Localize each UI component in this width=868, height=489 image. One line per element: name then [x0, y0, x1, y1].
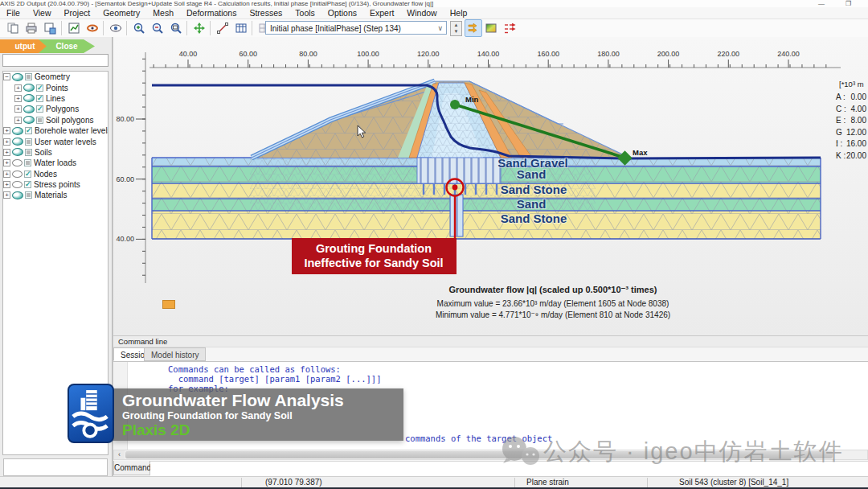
checkbox-partial[interactable] — [24, 159, 31, 166]
expand-icon[interactable] — [3, 171, 10, 178]
checkbox-checked[interactable] — [36, 84, 43, 92]
expand-icon[interactable] — [3, 149, 10, 156]
phase-stepper[interactable]: ▲▼ — [450, 21, 462, 36]
tree-label: Water loads — [34, 158, 76, 167]
legend-value: 20.00 — [846, 150, 866, 162]
cross-section-icon[interactable] — [84, 20, 100, 36]
reset-view-icon[interactable] — [191, 20, 207, 36]
tree-item-materials[interactable]: Materials — [3, 190, 108, 200]
svg-text:160.00: 160.00 — [537, 50, 559, 58]
tab-close[interactable]: Close — [39, 39, 95, 53]
zoom-out-icon[interactable] — [149, 20, 166, 36]
tree-label: Soils — [35, 148, 52, 157]
menu-tools[interactable]: Tools — [289, 8, 321, 18]
expand-icon[interactable] — [3, 138, 10, 146]
restore-icon[interactable]: ❐ — [845, 0, 851, 7]
svg-text:Sand Stone: Sand Stone — [501, 183, 567, 196]
report-chart-icon[interactable] — [66, 20, 82, 36]
tab-model-history[interactable]: Model history — [144, 347, 206, 361]
minimize-icon[interactable]: — — [818, 0, 825, 7]
status-bar: (97.010 79.387) Plane strain Soil 543 (c… — [0, 476, 868, 488]
flow-vectors-icon[interactable] — [502, 20, 518, 36]
menu-project[interactable]: Project — [58, 8, 97, 18]
legend-value: 0.00 — [851, 92, 866, 104]
banner-title: Groundwater Flow Analysis — [122, 391, 344, 410]
menu-stresses[interactable]: Stresses — [243, 8, 289, 18]
tree-item-soil-polygons[interactable]: Soil polygons — [3, 115, 108, 125]
tree-item-stress-points[interactable]: Stress points — [3, 179, 108, 190]
expand-icon[interactable] — [14, 117, 22, 124]
measure-icon[interactable] — [215, 20, 231, 36]
tree-item-geometry[interactable]: Geometry — [3, 72, 108, 82]
visibility-eye-icon[interactable] — [12, 138, 23, 146]
visibility-eye-icon[interactable] — [12, 148, 23, 156]
explorer-footer-box — [3, 458, 108, 476]
checkbox-checked[interactable] — [36, 95, 43, 102]
expand-icon[interactable] — [3, 181, 10, 188]
scroll-left-icon[interactable]: ‹ — [114, 450, 125, 459]
checkbox-partial[interactable] — [36, 117, 43, 124]
explorer-search-input[interactable] — [2, 54, 108, 67]
node-circle-icon[interactable] — [12, 181, 23, 188]
expand-icon[interactable] — [3, 159, 10, 166]
checkbox-partial[interactable] — [25, 73, 32, 80]
zoom-in-icon[interactable] — [131, 20, 147, 36]
checkbox-checked[interactable] — [24, 171, 31, 178]
export-image-icon[interactable] — [42, 20, 58, 36]
tab-command[interactable]: Command — [113, 461, 150, 475]
visibility-eye-icon[interactable] — [12, 127, 23, 135]
tree-item-user-water-levels[interactable]: User water levels — [3, 136, 108, 146]
node-circle-icon[interactable] — [12, 171, 23, 178]
visibility-eye-icon[interactable] — [12, 73, 23, 81]
tree-item-lines[interactable]: Lines — [3, 93, 108, 104]
expand-icon[interactable] — [14, 105, 22, 113]
menu-view[interactable]: View — [27, 8, 58, 18]
tree-item-points[interactable]: Points — [3, 82, 108, 92]
tree-item-polygons[interactable]: Polygons — [3, 104, 108, 114]
tree-item-water-loads[interactable]: Water loads — [3, 158, 108, 168]
svg-text:60.00: 60.00 — [116, 175, 134, 183]
tree-item-nodes[interactable]: Nodes — [3, 169, 108, 179]
node-circle-icon[interactable] — [12, 159, 23, 166]
tree-item-borehole-water-levels[interactable]: Borehole water levels — [3, 125, 108, 136]
hide-items-eye-icon[interactable] — [108, 20, 124, 36]
menu-help[interactable]: Help — [444, 8, 474, 18]
legend-key: E : — [836, 115, 845, 127]
menu-expert[interactable]: Expert — [363, 8, 400, 18]
copy-icon[interactable] — [5, 20, 21, 36]
tree-label: Stress points — [34, 180, 80, 189]
menu-file[interactable]: File — [0, 8, 27, 18]
table-icon[interactable] — [233, 20, 249, 36]
tree-label: Materials — [35, 191, 68, 199]
print-icon[interactable] — [23, 20, 39, 36]
checkbox-checked[interactable] — [25, 127, 32, 134]
visibility-eye-icon[interactable] — [23, 84, 35, 92]
menu-deformations[interactable]: Deformations — [180, 8, 243, 18]
checkbox-partial[interactable] — [25, 191, 32, 199]
flow-arrows-icon[interactable] — [465, 19, 482, 37]
checkbox-checked[interactable] — [24, 181, 31, 188]
menu-options[interactable]: Options — [321, 8, 363, 18]
menu-window[interactable]: Window — [400, 8, 443, 18]
menu-mesh[interactable]: Mesh — [146, 8, 180, 18]
visibility-eye-icon[interactable] — [23, 105, 35, 113]
checkbox-partial[interactable] — [25, 149, 32, 156]
visibility-eye-icon[interactable] — [23, 116, 35, 124]
tree-label: Soil polygons — [46, 116, 93, 125]
menu-geometry[interactable]: Geometry — [96, 8, 146, 18]
expand-icon[interactable] — [3, 127, 10, 134]
zoom-rectangle-icon[interactable] — [168, 20, 184, 36]
phase-dropdown-value: Initial phase [InitialPhase] (Step 134) — [270, 24, 401, 33]
expand-icon[interactable] — [3, 191, 10, 199]
collapse-icon[interactable] — [3, 73, 10, 80]
phase-dropdown[interactable]: Initial phase [InitialPhase] (Step 134) … — [265, 21, 447, 35]
visibility-eye-icon[interactable] — [12, 191, 23, 199]
chevron-down-icon: ∨ — [437, 22, 443, 35]
contour-shadings-icon[interactable] — [483, 20, 499, 36]
checkbox-partial[interactable] — [25, 138, 32, 146]
tree-item-soils[interactable]: Soils — [3, 147, 108, 158]
expand-icon[interactable] — [14, 95, 22, 102]
visibility-eye-icon[interactable] — [23, 94, 35, 102]
expand-icon[interactable] — [14, 84, 22, 92]
checkbox-checked[interactable] — [36, 105, 43, 113]
